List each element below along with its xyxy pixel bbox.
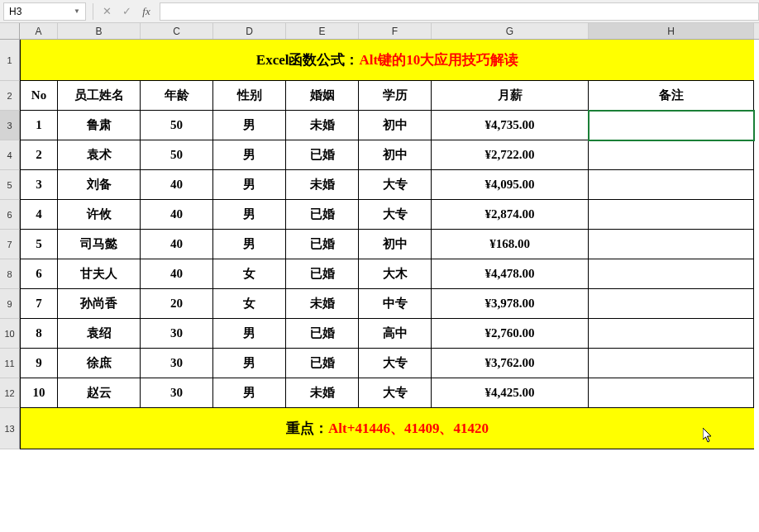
cell-no[interactable]: 6 [20,259,58,289]
cell-salary[interactable]: ¥2,760.00 [432,319,589,349]
cell-education[interactable]: 大木 [359,259,432,289]
cell-gender[interactable]: 男 [213,349,286,378]
cell-remark[interactable] [589,349,754,378]
cell-salary[interactable]: ¥3,978.00 [432,289,589,319]
row-header-13[interactable]: 13 [0,408,20,449]
cell-no[interactable]: 10 [20,378,58,408]
cell-gender[interactable]: 男 [213,378,286,408]
cell-age[interactable]: 40 [141,170,213,200]
cell-name[interactable]: 刘备 [58,170,141,200]
cell-education[interactable]: 高中 [359,319,432,349]
cell-marriage[interactable]: 已婚 [286,230,359,259]
cell-no[interactable]: 5 [20,230,58,259]
cell-gender[interactable]: 男 [213,319,286,349]
col-header-f[interactable]: F [359,23,432,39]
cell-salary[interactable]: ¥168.00 [432,230,589,259]
cell-remark[interactable] [589,319,754,349]
hdr-age[interactable]: 年龄 [141,81,213,111]
col-header-g[interactable]: G [432,23,589,39]
hdr-marriage[interactable]: 婚姻 [286,81,359,111]
cell-no[interactable]: 2 [20,140,58,170]
cell-marriage[interactable]: 未婚 [286,289,359,319]
cell-age[interactable]: 50 [141,111,213,140]
cell-salary[interactable]: ¥4,735.00 [432,111,589,140]
cell-no[interactable]: 7 [20,289,58,319]
col-header-c[interactable]: C [141,23,213,39]
cell-name[interactable]: 甘夫人 [58,259,141,289]
cell-remark[interactable] [589,170,754,200]
cell-remark[interactable] [589,200,754,230]
col-header-e[interactable]: E [286,23,359,39]
cell-gender[interactable]: 男 [213,230,286,259]
cell-remark[interactable] [589,140,754,170]
cell-age[interactable]: 30 [141,319,213,349]
cell-marriage[interactable]: 已婚 [286,259,359,289]
cell-marriage[interactable]: 已婚 [286,200,359,230]
row-header-3[interactable]: 3 [0,111,20,140]
cell-gender[interactable]: 男 [213,200,286,230]
fx-icon[interactable]: fx [136,5,156,18]
cell-education[interactable]: 初中 [359,140,432,170]
cell-age[interactable]: 50 [141,140,213,170]
cell-age[interactable]: 30 [141,378,213,408]
col-header-b[interactable]: B [58,23,141,39]
formula-input[interactable] [160,2,759,21]
cell-age[interactable]: 40 [141,200,213,230]
cell-name[interactable]: 孙尚香 [58,289,141,319]
col-header-d[interactable]: D [213,23,286,39]
cell-name[interactable]: 徐庶 [58,349,141,378]
cell-name[interactable]: 鲁肃 [58,111,141,140]
footer-cell[interactable]: 重点：Alt+41446、41409、41420 [20,408,754,449]
cell-remark[interactable] [589,289,754,319]
col-header-a[interactable]: A [20,23,58,39]
cell-salary[interactable]: ¥3,762.00 [432,349,589,378]
cancel-icon[interactable]: ✕ [97,5,117,17]
row-header-12[interactable]: 12 [0,378,20,408]
cell-education[interactable]: 中专 [359,289,432,319]
cell-education[interactable]: 大专 [359,170,432,200]
cell-gender[interactable]: 女 [213,259,286,289]
row-header-6[interactable]: 6 [0,200,20,230]
cell-name[interactable]: 袁绍 [58,319,141,349]
row-header-2[interactable]: 2 [0,81,20,111]
cell-remark[interactable] [589,378,754,408]
cell-education[interactable]: 初中 [359,230,432,259]
confirm-icon[interactable]: ✓ [117,5,136,17]
cell-no[interactable]: 1 [20,111,58,140]
cell-marriage[interactable]: 已婚 [286,319,359,349]
hdr-name[interactable]: 员工姓名 [58,81,141,111]
cell-salary[interactable]: ¥2,722.00 [432,140,589,170]
cell-name[interactable]: 袁术 [58,140,141,170]
cell-education[interactable]: 大专 [359,378,432,408]
title-cell[interactable]: Excel函数公式：Alt键的10大应用技巧解读 [20,40,754,81]
cell-salary[interactable]: ¥4,478.00 [432,259,589,289]
cell-gender[interactable]: 男 [213,111,286,140]
row-header-7[interactable]: 7 [0,230,20,259]
cell-education[interactable]: 大专 [359,200,432,230]
cell-remark[interactable] [589,259,754,289]
row-header-1[interactable]: 1 [0,40,20,81]
cell-gender[interactable]: 女 [213,289,286,319]
cell-education[interactable]: 初中 [359,111,432,140]
cell-name[interactable]: 许攸 [58,200,141,230]
col-header-h[interactable]: H [589,23,754,39]
cell-salary[interactable]: ¥4,095.00 [432,170,589,200]
cell-marriage[interactable]: 已婚 [286,349,359,378]
row-header-11[interactable]: 11 [0,349,20,378]
name-box-dropdown-icon[interactable]: ▼ [74,7,80,15]
row-header-9[interactable]: 9 [0,289,20,319]
cell-education[interactable]: 大专 [359,349,432,378]
cell-age[interactable]: 40 [141,259,213,289]
cell-salary[interactable]: ¥2,874.00 [432,200,589,230]
hdr-gender[interactable]: 性别 [213,81,286,111]
cell-no[interactable]: 8 [20,319,58,349]
cell-age[interactable]: 20 [141,289,213,319]
cell-remark[interactable] [589,111,754,140]
cell-salary[interactable]: ¥4,425.00 [432,378,589,408]
cell-age[interactable]: 30 [141,349,213,378]
cell-remark[interactable] [589,230,754,259]
cell-gender[interactable]: 男 [213,140,286,170]
row-header-5[interactable]: 5 [0,170,20,200]
cell-no[interactable]: 4 [20,200,58,230]
hdr-salary[interactable]: 月薪 [432,81,589,111]
